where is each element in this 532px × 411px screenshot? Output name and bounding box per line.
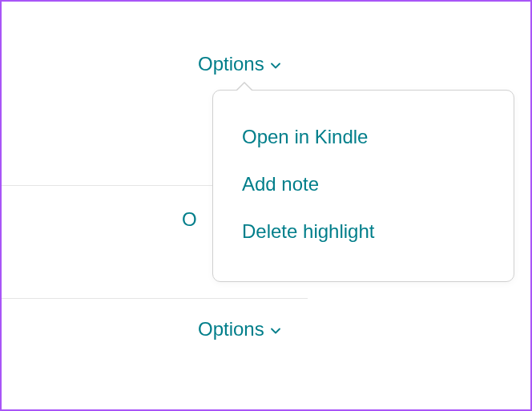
options-dropdown-menu: Open in Kindle Add note Delete highlight: [212, 90, 514, 282]
options-label-fragment: O: [182, 208, 197, 230]
menu-item-label: Add note: [242, 173, 319, 195]
options-trigger[interactable]: Options: [198, 53, 281, 75]
options-trigger[interactable]: Options: [198, 318, 281, 340]
chevron-down-icon: [270, 325, 281, 336]
menu-item-open-in-kindle[interactable]: Open in Kindle: [213, 113, 514, 160]
divider: [2, 298, 308, 299]
menu-item-label: Open in Kindle: [242, 126, 368, 147]
menu-item-add-note[interactable]: Add note: [213, 160, 514, 208]
options-label: Options: [198, 318, 264, 340]
options-label: Options: [198, 53, 264, 75]
options-trigger-partial[interactable]: O: [182, 208, 197, 231]
menu-item-delete-highlight[interactable]: Delete highlight: [213, 208, 514, 255]
chevron-down-icon: [270, 60, 281, 71]
menu-item-label: Delete highlight: [242, 220, 374, 242]
dropdown-arrow: [236, 82, 253, 91]
